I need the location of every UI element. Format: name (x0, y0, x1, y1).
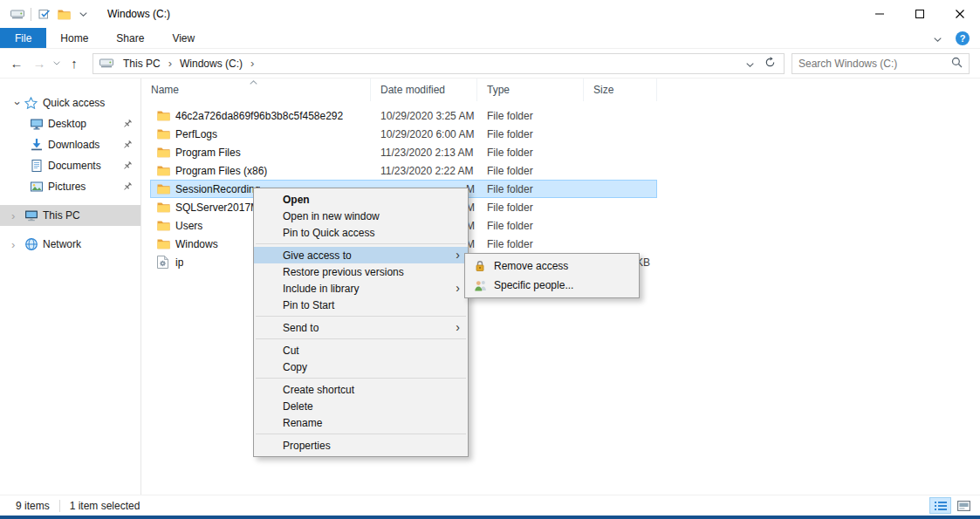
column-headers: Name Date modified Type Size (141, 79, 980, 101)
tab-share[interactable]: Share (102, 28, 158, 48)
menu-item-label: Open (283, 194, 310, 206)
search-box (792, 53, 970, 74)
context-menu-item-copy[interactable]: Copy (254, 359, 468, 375)
context-menu-item-send-to[interactable]: Send to› (254, 319, 468, 336)
refresh-icon[interactable] (764, 57, 776, 71)
folder-icon (157, 165, 175, 176)
documents-icon (30, 159, 48, 173)
folder-icon (157, 201, 175, 213)
column-header-date-modified[interactable]: Date modified (371, 79, 477, 101)
tab-view[interactable]: View (158, 28, 209, 48)
address-dropdown-icon[interactable] (746, 58, 754, 70)
menu-separator (256, 434, 466, 434)
new-folder-toolbar-icon[interactable] (54, 4, 73, 24)
context-menu-item-pin-to-start[interactable]: Pin to Start (254, 297, 468, 313)
tab-file[interactable]: File (0, 28, 46, 48)
chevron-collapsed-icon[interactable]: › (11, 238, 24, 251)
file-type: File folder (477, 161, 584, 180)
sidebar-item-documents[interactable]: Documents (0, 155, 140, 176)
submenu-item-remove-access[interactable]: Remove access (465, 256, 639, 276)
file-date-modified: 10/29/2020 6:00 AM (371, 125, 477, 143)
expand-ribbon-icon[interactable] (934, 32, 942, 44)
file-type: File folder (477, 235, 584, 253)
column-header-type[interactable]: Type (477, 79, 584, 101)
recent-locations-dropdown-icon[interactable] (51, 61, 63, 65)
menu-item-label: Pin to Start (283, 299, 334, 311)
file-date-modified: 11/23/2020 2:13 AM (371, 143, 477, 161)
tab-home[interactable]: Home (46, 28, 102, 48)
file-type: File folder (477, 180, 584, 198)
context-menu-item-delete[interactable]: Delete (254, 398, 468, 414)
column-header-name[interactable]: Name (141, 79, 371, 101)
context-menu-item-create-shortcut[interactable]: Create shortcut (254, 381, 468, 398)
large-icons-view-button[interactable] (953, 497, 975, 514)
breadcrumb-item-windows-c[interactable]: Windows (C:) (175, 58, 247, 70)
details-view-button[interactable] (929, 497, 951, 514)
context-menu-item-restore-previous-versions[interactable]: Restore previous versions (254, 263, 468, 280)
file-row-program-files[interactable]: Program Files11/23/2020 2:13 AMFile fold… (150, 143, 657, 161)
sidebar-item-quick-access[interactable]: › Quick access (0, 92, 140, 113)
context-menu-item-properties[interactable]: Properties (254, 437, 468, 454)
breadcrumb-item-this-pc[interactable]: This PC (119, 58, 165, 70)
file-type: File folder (477, 198, 584, 216)
ribbon-tab-bar: FileHomeShareView ? (0, 28, 980, 49)
chevron-collapsed-icon[interactable]: › (11, 209, 24, 222)
window-controls (860, 0, 980, 28)
sidebar-item-label: This PC (43, 209, 80, 222)
sidebar-item-label: Quick access (43, 97, 105, 109)
file-type: File folder (477, 125, 584, 143)
menu-item-label: Pin to Quick access (283, 227, 374, 239)
folder-icon (157, 220, 175, 231)
minimize-button[interactable] (860, 0, 900, 28)
submenu-item-specific-people[interactable]: Specific people... (465, 276, 639, 295)
help-icon[interactable]: ? (956, 31, 970, 45)
sidebar-item-this-pc[interactable]: › This PC (0, 205, 140, 226)
customize-toolbar-dropdown-icon[interactable] (79, 12, 87, 17)
submenu-arrow-icon: › (456, 282, 460, 294)
search-input[interactable] (798, 58, 951, 70)
context-menu-item-pin-to-quick-access[interactable]: Pin to Quick access (254, 224, 468, 241)
file-row-perflogs[interactable]: PerfLogs10/29/2020 6:00 AMFile folder (150, 125, 657, 143)
forward-button[interactable]: → (28, 52, 51, 75)
pin-icon (122, 181, 133, 195)
back-button[interactable]: ← (5, 52, 28, 75)
chevron-expanded-icon[interactable]: › (11, 97, 24, 110)
sidebar-item-network[interactable]: › Network (0, 234, 140, 255)
menu-item-label: Properties (283, 440, 331, 452)
quick-access-star-icon (24, 97, 43, 109)
sidebar-item-label: Downloads (48, 139, 99, 151)
navigation-bar: ← → ↑ This PC›Windows (C:)› (0, 49, 980, 79)
address-bar[interactable]: This PC›Windows (C:)› (93, 53, 785, 74)
file-date-modified: 10/29/2020 3:25 AM (371, 106, 477, 125)
sidebar-item-label: Pictures (48, 181, 86, 193)
sidebar-item-desktop[interactable]: Desktop (0, 113, 140, 134)
file-name: Users (175, 220, 202, 232)
network-icon (24, 237, 43, 251)
context-menu-item-rename[interactable]: Rename (254, 414, 468, 431)
file-size (584, 216, 657, 235)
context-menu-item-give-access-to[interactable]: Give access to› (254, 247, 468, 263)
context-menu-item-cut[interactable]: Cut (254, 342, 468, 359)
file-name: Windows (175, 238, 218, 250)
ribbon-right-controls: ? (934, 28, 980, 48)
maximize-button[interactable] (900, 0, 940, 28)
context-menu-item-open[interactable]: Open (254, 191, 468, 208)
context-menu-item-open-in-new-window[interactable]: Open in new window (254, 208, 468, 224)
window-title: Windows (C:) (107, 8, 170, 20)
sidebar-item-label: Documents (48, 160, 101, 172)
search-icon[interactable] (951, 57, 963, 71)
properties-toolbar-icon[interactable] (35, 4, 54, 24)
breadcrumb: This PC›Windows (C:)› (119, 54, 257, 73)
close-button[interactable] (940, 0, 980, 28)
breadcrumb-chevron-icon[interactable]: › (247, 57, 257, 70)
give-access-to-submenu: Remove accessSpecific people... (464, 253, 640, 298)
column-header-size[interactable]: Size (584, 79, 657, 101)
sidebar-item-pictures[interactable]: Pictures (0, 176, 140, 197)
context-menu-item-include-in-library[interactable]: Include in library› (254, 280, 468, 297)
file-row-46c2a726da869f96b3b8c5f458e292[interactable]: 46c2a726da869f96b3b8c5f458e29210/29/2020… (150, 106, 657, 125)
breadcrumb-chevron-icon[interactable]: › (165, 57, 175, 70)
view-toggle-buttons (929, 497, 975, 514)
sidebar-item-downloads[interactable]: Downloads (0, 134, 140, 155)
file-row-program-files-x86[interactable]: Program Files (x86)11/23/2020 2:22 AMFil… (150, 161, 657, 180)
up-button[interactable]: ↑ (63, 52, 86, 75)
